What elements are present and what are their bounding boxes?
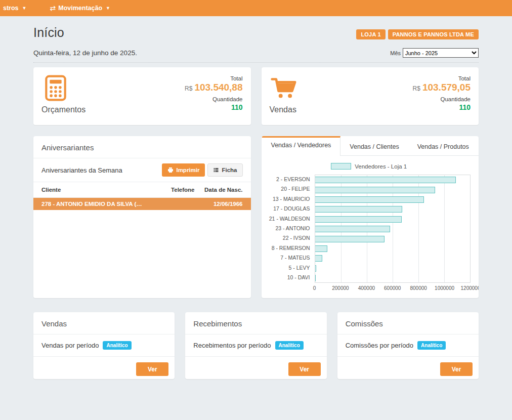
card-body-text: Comissões por período — [346, 342, 413, 349]
aniversariantes-card: Aniversariantes Aniversariantes da Seman… — [33, 136, 251, 298]
page-title: Início — [33, 25, 64, 40]
y-axis-label: 20 - FELIPE — [268, 184, 315, 194]
nav-item-movimentacao[interactable]: ⇄ Movimentação ▼ — [48, 4, 113, 12]
bar — [315, 226, 391, 232]
y-axis-label: 8 - REMERSON — [268, 243, 315, 253]
total-label: Total — [413, 75, 471, 81]
bar-row — [315, 175, 471, 185]
nav-item-label: stros — [3, 5, 19, 12]
y-axis-label: 21 - WALDESON — [268, 214, 315, 224]
bar-row — [315, 204, 471, 214]
bar-row — [315, 273, 471, 283]
bar-row — [315, 244, 471, 254]
y-axis-label: 7 - MATEUS — [268, 253, 315, 263]
store-badge: LOJA 1 — [356, 29, 385, 39]
card-body-text: Recebimentos por período — [193, 342, 271, 349]
bar-row — [315, 264, 471, 273]
orcamentos-card: Orçamentos Total R$103.540,88 Quantidade… — [33, 67, 251, 125]
current-date: Quinta-feira, 12 de junho de 2025. — [33, 49, 137, 57]
nav-item-label: Movimentação — [58, 5, 102, 12]
total-label: Total — [185, 75, 242, 81]
vendas-periodo-card: Vendas Vendas por período Analítico Ver — [33, 312, 175, 379]
analitico-badge: Analítico — [275, 341, 304, 350]
recebimentos-periodo-card: Recebimentos Recebimentos por período An… — [185, 312, 326, 379]
bar — [315, 206, 402, 213]
currency-symbol: R$ — [413, 85, 420, 92]
table-header: Cliente Telefone Data de Nasc. — [33, 182, 251, 198]
cart-icon — [270, 74, 298, 102]
bar — [315, 236, 385, 242]
chevron-down-icon: ▼ — [106, 6, 110, 11]
row-data-nasc: 12/06/1966 — [195, 201, 243, 207]
card-label: Orçamentos — [41, 105, 86, 114]
card-title: Comissões — [337, 312, 479, 334]
vendas-card: Vendas Total R$103.579,05 Quantidade 110 — [262, 67, 479, 125]
table-row[interactable]: 278 - ANTONIO EMIDIO DA SILVA (PALE... 1… — [33, 198, 251, 210]
y-axis-label: 13 - MAURICIO — [268, 194, 315, 204]
month-label: Mês — [390, 50, 401, 56]
imprimir-label: Imprimir — [176, 167, 199, 173]
exchange-icon: ⇄ — [50, 4, 56, 12]
imprimir-button[interactable]: Imprimir — [162, 163, 205, 177]
legend-swatch — [331, 163, 351, 170]
list-icon — [213, 167, 219, 173]
vendas-chart-card: Vendas / Vendedores Vendas / Clientes Ve… — [262, 136, 479, 298]
birthdays-subtitle: Aniversariantes da Semana — [41, 166, 122, 174]
card-body-text: Vendas por período — [41, 342, 99, 349]
bar — [315, 177, 456, 183]
bar — [315, 265, 316, 272]
calculator-icon — [41, 74, 70, 102]
bar — [315, 196, 424, 203]
bar — [315, 275, 316, 281]
quantity-value: 110 — [185, 103, 242, 111]
currency-symbol: R$ — [185, 85, 192, 92]
total-amount: 103.579,05 — [422, 82, 471, 93]
bar — [315, 255, 323, 262]
y-axis-label: 17 - DOUGLAS — [268, 204, 315, 214]
x-tick-label: 800000 — [410, 285, 426, 291]
tab-vendas-clientes[interactable]: Vendas / Clientes — [340, 136, 408, 155]
top-navbar: stros ▼ ⇄ Movimentação ▼ — [0, 0, 512, 16]
chevron-down-icon: ▼ — [22, 6, 27, 11]
comissoes-periodo-card: Comissões Comissões por período Analític… — [337, 312, 479, 379]
y-axis-label: 10 - DAVI — [268, 273, 315, 282]
bar-row — [315, 215, 471, 224]
tab-vendas-produtos[interactable]: Vendas / Produtos — [408, 136, 478, 155]
ficha-button[interactable]: Ficha — [207, 163, 242, 177]
chart-tabs: Vendas / Vendedores Vendas / Clientes Ve… — [262, 136, 479, 156]
month-select[interactable]: Junho - 2025 — [403, 48, 479, 58]
quantity-label: Quantidade — [413, 96, 471, 102]
bar-row — [315, 185, 471, 194]
tab-vendas-vendedores[interactable]: Vendas / Vendedores — [262, 136, 341, 156]
y-axis-label: 2 - EVERSON — [268, 175, 315, 184]
ficha-label: Ficha — [222, 167, 237, 173]
x-tick-label: 400000 — [358, 285, 375, 291]
bar-row — [315, 254, 471, 263]
x-tick-label: 200000 — [332, 285, 349, 291]
bar-row — [315, 195, 471, 204]
x-tick-label: 600000 — [384, 285, 401, 291]
bar-row — [315, 234, 471, 243]
nav-item-cadastros[interactable]: stros ▼ — [1, 5, 29, 12]
x-tick-label: 1000000 — [435, 285, 454, 291]
row-cliente: 278 - ANTONIO EMIDIO DA SILVA (PALE... — [41, 201, 149, 207]
legend-label: Vendedores - Loja 1 — [355, 163, 407, 170]
card-title: Recebimentos — [185, 312, 326, 334]
bar-chart: Vendedores - Loja 1 2 - EVERSON20 - FELI… — [262, 156, 479, 293]
total-amount: 103.540,88 — [194, 82, 242, 93]
quantity-label: Quantidade — [185, 96, 242, 102]
chart-legend: Vendedores - Loja 1 — [268, 163, 471, 170]
bar — [315, 216, 402, 223]
x-tick-label: 1200000 — [461, 285, 479, 291]
quantity-value: 110 — [413, 103, 471, 111]
bar — [315, 187, 436, 193]
column-cliente: Cliente — [41, 187, 149, 193]
card-label: Vendas — [270, 105, 298, 114]
ver-button[interactable]: Ver — [288, 362, 321, 376]
ver-button[interactable]: Ver — [136, 362, 168, 376]
analitico-badge: Analítico — [417, 341, 446, 350]
y-axis-label: 23 - ANTONIO — [268, 224, 315, 233]
chart-plot — [315, 175, 471, 283]
ver-button[interactable]: Ver — [440, 362, 473, 376]
bar — [315, 245, 327, 252]
